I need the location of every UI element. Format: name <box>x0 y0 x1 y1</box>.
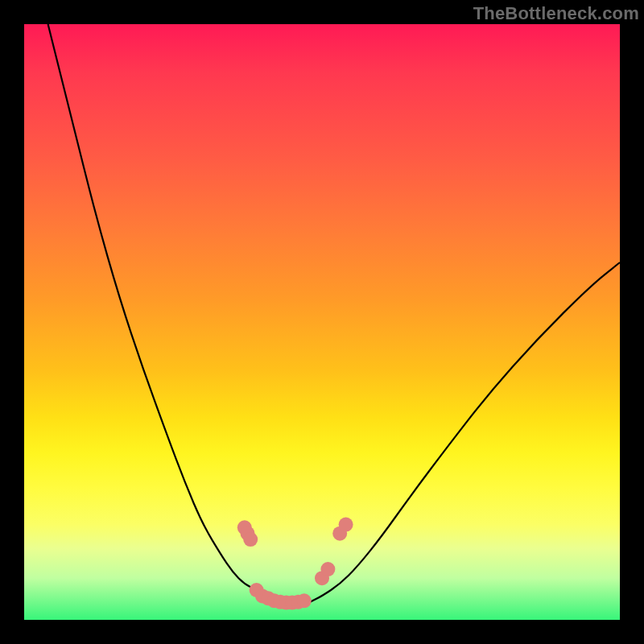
marker-cluster-right <box>315 518 353 586</box>
data-marker <box>243 532 258 547</box>
data-marker <box>339 518 353 532</box>
chart-plot-area <box>24 24 620 620</box>
curve-right <box>310 262 620 602</box>
curve-left <box>48 24 275 602</box>
watermark-text: TheBottleneck.com <box>473 3 639 24</box>
data-marker <box>297 593 312 608</box>
marker-cluster-left <box>237 520 312 609</box>
chart-svg <box>24 24 620 620</box>
data-marker <box>320 562 335 576</box>
